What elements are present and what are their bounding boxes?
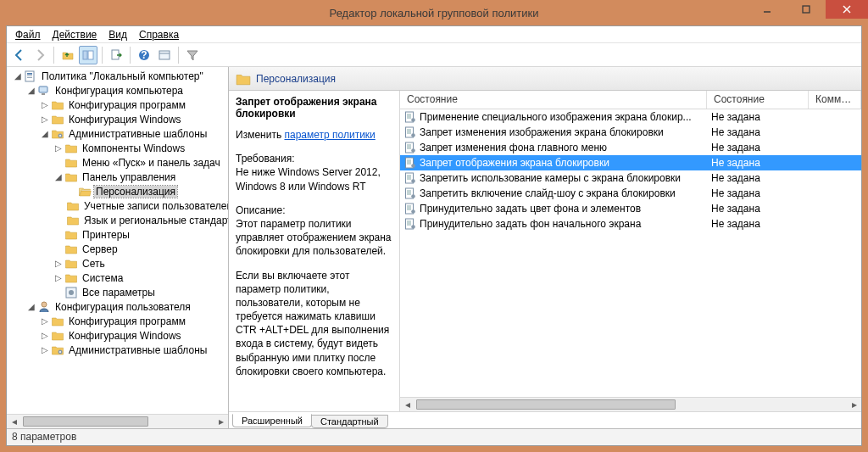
policy-row[interactable]: Запретить использование камеры с экрана …	[400, 170, 861, 186]
tree-u-cfg-programs[interactable]: ▷ Конфигурация программ	[8, 314, 228, 328]
svg-point-18	[59, 135, 61, 137]
tree-label: Система	[81, 272, 125, 284]
filter-button[interactable]	[183, 46, 202, 64]
tree-system[interactable]: ▷ Система	[8, 271, 228, 285]
list-pane: Состояние Состояние Комментарий Применен…	[400, 91, 861, 411]
tree-u-admin-templates[interactable]: ▷ Административные шаблоны	[8, 343, 228, 357]
column-state[interactable]: Состояние	[707, 91, 809, 109]
properties-button[interactable]	[155, 46, 174, 64]
policy-state: Не задана	[711, 126, 760, 138]
policy-row[interactable]: Принудительно задать фон начального экра…	[400, 216, 861, 232]
tree-cfg-windows[interactable]: ▷ Конфигурация Windows	[8, 112, 228, 126]
tree-lang-regional[interactable]: Язык и региональные стандарты	[8, 213, 228, 227]
tree-toggle[interactable]: ▷	[53, 259, 64, 268]
edit-policy-link[interactable]: параметр политики	[284, 129, 375, 141]
tree-start-taskbar[interactable]: Меню «Пуск» и панель задач	[8, 155, 228, 170]
forward-button[interactable]	[31, 46, 49, 64]
list-h-scrollbar[interactable]: ◂ ▸	[400, 397, 861, 411]
tree-network[interactable]: ▷ Сеть	[8, 256, 228, 271]
folder-icon	[64, 286, 78, 299]
tree-label: Принтеры	[81, 229, 131, 241]
policy-name: Принудительно задать цвет фона и элемент…	[420, 203, 641, 215]
tree-toggle[interactable]: ▷	[53, 273, 64, 282]
tree-label: Все параметры	[81, 287, 157, 299]
tree-label: Компоненты Windows	[81, 142, 186, 154]
folder-icon	[51, 98, 64, 112]
view-tabs: Расширенный Стандартный	[229, 411, 861, 428]
svg-text:?: ?	[141, 49, 147, 61]
menu-action[interactable]: Действие	[47, 27, 103, 42]
policy-name: Запретить использование камеры с экрана …	[420, 172, 681, 184]
policy-name: Принудительно задать фон начального экра…	[420, 218, 641, 230]
title-bar: Редактор локальной групповой политики	[0, 0, 868, 25]
tree-personalization[interactable]: Персонализация	[8, 184, 228, 198]
up-button[interactable]	[58, 46, 77, 64]
policy-row[interactable]: Запрет отображения экрана блокировки Не …	[400, 155, 861, 170]
help-button[interactable]: ?	[135, 46, 153, 64]
minimize-button[interactable]	[748, 0, 787, 19]
menu-view[interactable]: Вид	[103, 27, 132, 42]
tree-toggle[interactable]: ▷	[39, 316, 51, 326]
tab-extended[interactable]: Расширенный	[232, 414, 312, 427]
policy-row[interactable]: Запретить включение слайд-шоу с экрана б…	[400, 186, 861, 201]
maximize-button[interactable]	[787, 0, 826, 19]
tree-cfg-programs[interactable]: ▷ Конфигурация программ	[8, 98, 228, 112]
detail-title: Запрет отображения экрана блокировки	[236, 96, 392, 120]
tree-toggle[interactable]: ◢	[53, 172, 64, 181]
tree-u-cfg-windows[interactable]: ▷ Конфигурация Windows	[8, 328, 228, 343]
folder-icon	[236, 71, 251, 86]
show-hide-tree-button[interactable]	[79, 46, 97, 64]
tree-toggle[interactable]: ▷	[39, 345, 51, 354]
svg-rect-4	[83, 51, 87, 59]
svg-rect-14	[27, 77, 32, 78]
policy-row[interactable]: Принудительно задать цвет фона и элемент…	[400, 201, 861, 216]
tree-toggle[interactable]: ▷	[53, 143, 64, 153]
tree-toggle[interactable]: ◢	[39, 129, 51, 138]
tree-toggle[interactable]: ▷	[39, 114, 51, 124]
tree-toggle[interactable]: ▷	[39, 100, 51, 109]
folder-icon	[64, 271, 78, 285]
tree-user-accounts[interactable]: Учетные записи пользователей	[8, 198, 228, 213]
svg-point-48	[411, 179, 415, 183]
tree-toggle[interactable]: ◢	[12, 71, 24, 81]
tab-standard[interactable]: Стандартный	[311, 415, 388, 428]
folder-icon	[64, 257, 78, 271]
tree-root[interactable]: ◢ Политика "Локальный компьютер"	[8, 69, 228, 83]
column-name[interactable]: Состояние	[400, 91, 707, 109]
export-button[interactable]	[107, 46, 125, 64]
policy-state: Не задана	[711, 187, 760, 199]
tree-label: Панель управления	[81, 171, 177, 183]
tree-server[interactable]: Сервер	[8, 242, 228, 256]
tree-toggle[interactable]: ▷	[39, 331, 51, 340]
folder-icon	[37, 84, 51, 98]
tree-computer-config[interactable]: ◢ Конфигурация компьютера	[8, 83, 228, 98]
tree-admin-templates[interactable]: ◢ Административные шаблоны	[8, 126, 228, 141]
detail-pane: Запрет отображения экрана блокировки Изм…	[229, 91, 400, 411]
tree-user-config[interactable]: ◢ Конфигурация пользователя	[8, 299, 228, 314]
tree-label: Персонализация	[94, 186, 177, 198]
menu-file[interactable]: Файл	[10, 27, 46, 42]
back-button[interactable]	[10, 46, 29, 64]
tree-toggle[interactable]: ◢	[25, 302, 37, 311]
tree-components-windows[interactable]: ▷ Компоненты Windows	[8, 141, 228, 155]
column-comment[interactable]: Комментарий	[809, 91, 861, 109]
policy-state: Не задана	[711, 111, 760, 123]
svg-rect-13	[27, 75, 32, 76]
policy-row[interactable]: Запрет изменения изображения экрана блок…	[400, 125, 861, 140]
tree-control-panel[interactable]: ◢ Панель управления	[8, 170, 228, 184]
policy-name: Запрет отображения экрана блокировки	[420, 157, 609, 169]
svg-point-23	[59, 351, 61, 353]
tree-printers[interactable]: Принтеры	[8, 227, 228, 242]
tree-toggle[interactable]: ◢	[25, 86, 37, 95]
tree-h-scrollbar[interactable]: ◂ ▸	[7, 414, 228, 428]
policy-row[interactable]: Запрет изменения фона главного меню Не з…	[400, 140, 861, 155]
folder-icon	[64, 243, 78, 256]
tree-label: Сеть	[81, 258, 107, 270]
tree-all-params[interactable]: Все параметры	[8, 285, 228, 299]
close-button[interactable]	[826, 0, 868, 19]
tree-label: Конфигурация программ	[67, 99, 187, 111]
policy-row[interactable]: Применение специального изображения экра…	[400, 109, 861, 125]
tree-pane: ◢ Политика "Локальный компьютер" ◢ Конфи…	[7, 67, 229, 428]
menu-help[interactable]: Справка	[134, 27, 184, 42]
policy-name: Запрет изменения фона главного меню	[420, 142, 607, 153]
